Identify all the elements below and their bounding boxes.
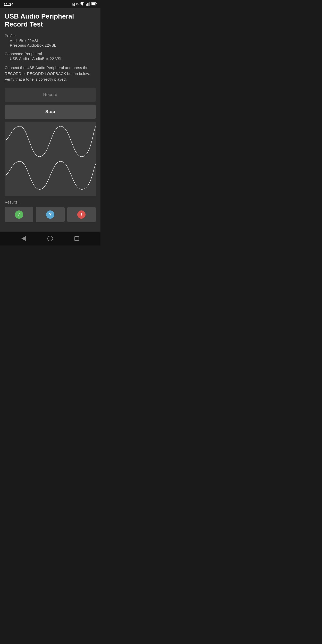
back-icon [21, 236, 26, 241]
result-fail-button[interactable]: ! [67, 207, 96, 222]
svg-rect-1 [86, 4, 87, 6]
status-bar: 11:24 🖼 ip [0, 0, 100, 8]
svg-rect-8 [5, 122, 96, 196]
ip-label: ip [76, 2, 79, 6]
description-text: Connect the USB Audio Peripheral and pre… [5, 65, 96, 82]
home-icon [47, 236, 53, 241]
svg-rect-4 [89, 2, 90, 6]
page-title: USB Audio Peripheral Record Test [5, 12, 96, 28]
photo-icon: 🖼 [72, 2, 75, 6]
recent-icon [74, 236, 79, 241]
home-button[interactable] [46, 234, 55, 243]
status-icons: 🖼 ip [72, 2, 97, 6]
svg-rect-3 [88, 3, 89, 6]
svg-rect-7 [92, 3, 96, 5]
wifi-icon [80, 2, 84, 6]
results-buttons: ✓ ? ! [5, 207, 96, 222]
signal-icon [86, 2, 90, 6]
peripheral-device: USB-Audio - AudioBox 22 VSL [5, 56, 96, 61]
profile-section: Profile AudioBox 22VSL Presonus AudioBox… [5, 33, 96, 47]
record-button[interactable]: Record [5, 88, 96, 102]
bottom-nav [0, 232, 100, 245]
stop-button[interactable]: Stop [5, 105, 96, 119]
back-button[interactable] [19, 234, 28, 243]
svg-rect-2 [87, 3, 88, 6]
profile-label: Profile [5, 33, 96, 38]
status-time: 11:24 [4, 2, 13, 6]
svg-rect-6 [96, 3, 97, 4]
recent-button[interactable] [72, 234, 81, 243]
peripheral-label: Connected Peripheral [5, 52, 96, 56]
battery-icon [91, 2, 97, 6]
results-label: Results... [5, 200, 96, 204]
exclaim-icon: ! [77, 210, 86, 219]
svg-point-0 [82, 5, 83, 5]
question-icon: ? [46, 210, 54, 219]
waveform-svg [5, 122, 96, 196]
profile-device1: AudioBox 22VSL [5, 38, 96, 43]
result-unknown-button[interactable]: ? [36, 207, 64, 222]
result-pass-button[interactable]: ✓ [5, 207, 33, 222]
profile-device2: Presonus AudioBox 22VSL [5, 43, 96, 47]
peripheral-section: Connected Peripheral USB-Audio - AudioBo… [5, 52, 96, 61]
check-icon: ✓ [15, 210, 23, 219]
main-content: USB Audio Peripheral Record Test Profile… [0, 8, 100, 232]
waveform-display [5, 122, 96, 196]
